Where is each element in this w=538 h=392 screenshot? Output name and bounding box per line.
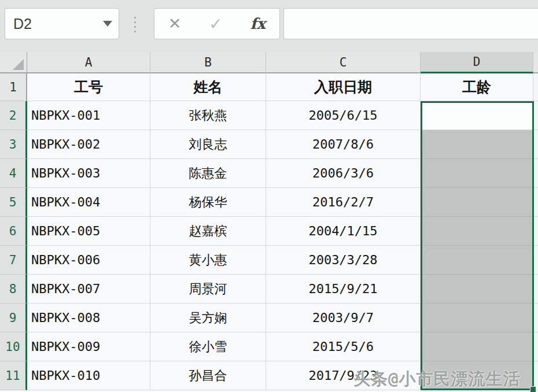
cell-C2[interactable]: 2005/6/15 xyxy=(266,101,421,130)
name-box-value[interactable]: D2 xyxy=(5,16,97,32)
cell-E9-partial[interactable] xyxy=(533,304,538,332)
insert-function-icon[interactable]: fx xyxy=(250,15,266,32)
cell-A9[interactable]: NBPKX-008 xyxy=(27,304,150,332)
cell-D1[interactable]: 工龄 xyxy=(421,73,533,101)
name-box-dropdown[interactable] xyxy=(97,9,119,39)
row-header-2[interactable]: 2 xyxy=(0,101,27,130)
cell-D2[interactable] xyxy=(421,101,533,130)
formula-buttons: ✕ ✓ fx xyxy=(154,8,280,39)
cell-C1[interactable]: 入职日期 xyxy=(266,73,421,101)
cell-A3[interactable]: NBPKX-002 xyxy=(27,130,150,159)
cell-D5[interactable] xyxy=(421,188,533,217)
cell-A1[interactable]: 工号 xyxy=(27,73,150,101)
cell-B4[interactable]: 陈惠金 xyxy=(150,159,266,188)
cell-A11[interactable]: NBPKX-010 xyxy=(27,361,150,390)
cell-B6[interactable]: 赵嘉槟 xyxy=(150,217,266,246)
cell-E1-partial[interactable] xyxy=(533,73,538,101)
cell-D9[interactable] xyxy=(421,304,533,332)
cell-D8[interactable] xyxy=(421,275,533,304)
column-header-C[interactable]: C xyxy=(266,52,421,73)
cell-E6-partial[interactable] xyxy=(533,217,538,246)
cell-C7[interactable]: 2003/3/28 xyxy=(266,246,421,275)
spreadsheet-grid: ABCD1工号姓名入职日期工龄2NBPKX-001张秋燕2005/6/153NB… xyxy=(0,52,538,390)
cell-E2-partial[interactable] xyxy=(533,101,538,130)
cell-A4[interactable]: NBPKX-003 xyxy=(27,159,150,188)
cell-C10[interactable]: 2015/5/6 xyxy=(266,332,421,361)
cell-D6[interactable] xyxy=(421,217,533,246)
formula-toolbar: D2 ✕ ✓ fx xyxy=(0,0,538,52)
cell-B5[interactable]: 杨保华 xyxy=(150,188,266,217)
toolbar-separator-dots xyxy=(134,17,136,32)
cell-B8[interactable]: 周景河 xyxy=(150,275,266,304)
row-header-1[interactable]: 1 xyxy=(0,73,27,101)
cell-B10[interactable]: 徐小雪 xyxy=(150,332,266,361)
cell-E10-partial[interactable] xyxy=(533,332,538,361)
cell-A8[interactable]: NBPKX-007 xyxy=(27,275,150,304)
cell-B7[interactable]: 黄小惠 xyxy=(150,246,266,275)
row-header-5[interactable]: 5 xyxy=(0,188,27,217)
cell-E7-partial[interactable] xyxy=(533,246,538,275)
formula-input[interactable] xyxy=(283,8,538,39)
select-all-corner[interactable] xyxy=(0,52,27,73)
row-header-11[interactable]: 11 xyxy=(0,361,27,390)
cell-C4[interactable]: 2006/3/6 xyxy=(266,159,421,188)
cell-B11[interactable]: 孙昌合 xyxy=(150,361,266,390)
cell-B9[interactable]: 吴方娴 xyxy=(150,304,266,332)
row-header-9[interactable]: 9 xyxy=(0,304,27,332)
column-header-B[interactable]: B xyxy=(150,52,266,73)
cell-D4[interactable] xyxy=(421,159,533,188)
cell-A6[interactable]: NBPKX-005 xyxy=(27,217,150,246)
row-header-8[interactable]: 8 xyxy=(0,275,27,304)
cancel-icon[interactable]: ✕ xyxy=(168,14,182,33)
cell-B1[interactable]: 姓名 xyxy=(150,73,266,101)
watermark-text: 头条@小市民漂流生活 xyxy=(353,368,520,391)
cell-E3-partial[interactable] xyxy=(533,130,538,159)
cell-D3[interactable] xyxy=(421,130,533,159)
cell-C5[interactable]: 2016/2/7 xyxy=(266,188,421,217)
row-header-3[interactable]: 3 xyxy=(0,130,27,159)
name-box[interactable]: D2 xyxy=(5,8,119,39)
confirm-icon[interactable]: ✓ xyxy=(209,14,222,34)
cell-C9[interactable]: 2003/9/7 xyxy=(266,304,421,332)
cell-E4-partial[interactable] xyxy=(533,159,538,188)
sheet-area: ABCD1工号姓名入职日期工龄2NBPKX-001张秋燕2005/6/153NB… xyxy=(0,52,538,392)
cell-C3[interactable]: 2007/8/6 xyxy=(266,130,421,159)
cell-A2[interactable]: NBPKX-001 xyxy=(27,101,150,130)
fill-handle[interactable] xyxy=(530,386,536,392)
cell-B3[interactable]: 刘良志 xyxy=(150,130,266,159)
row-header-4[interactable]: 4 xyxy=(0,159,27,188)
spreadsheet-app: D2 ✕ ✓ fx ABCD1工号姓名入职日期工龄2NBPKX-001张秋燕20… xyxy=(0,0,538,392)
cell-E5-partial[interactable] xyxy=(533,188,538,217)
select-all-triangle-icon xyxy=(13,59,24,70)
cell-A7[interactable]: NBPKX-006 xyxy=(27,246,150,275)
row-header-10[interactable]: 10 xyxy=(0,332,27,361)
cell-C8[interactable]: 2015/9/21 xyxy=(266,275,421,304)
row-header-6[interactable]: 6 xyxy=(0,217,27,246)
cell-C6[interactable]: 2004/1/15 xyxy=(266,217,421,246)
cell-D10[interactable] xyxy=(421,332,533,361)
row-header-7[interactable]: 7 xyxy=(0,246,27,275)
cell-D7[interactable] xyxy=(421,246,533,275)
cell-E8-partial[interactable] xyxy=(533,275,538,304)
column-header-E-partial[interactable] xyxy=(533,52,538,73)
column-header-A[interactable]: A xyxy=(27,52,150,73)
cell-B2[interactable]: 张秋燕 xyxy=(150,101,266,130)
cell-A5[interactable]: NBPKX-004 xyxy=(27,188,150,217)
column-header-D[interactable]: D xyxy=(421,52,533,73)
chevron-down-icon xyxy=(103,21,112,27)
cell-A10[interactable]: NBPKX-009 xyxy=(27,332,150,361)
